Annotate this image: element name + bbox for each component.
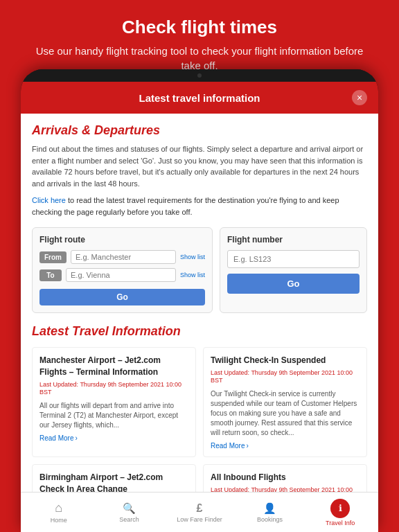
nav-item-low-fare[interactable]: £ Low Fare Finder <box>164 498 235 527</box>
to-input[interactable] <box>66 268 176 282</box>
news-card-title: Twilight Check-In Suspended <box>211 355 360 366</box>
click-here-text: Click here to read the latest travel req… <box>32 195 367 218</box>
flight-number-box: Flight number Go <box>220 227 367 313</box>
nav-label-search: Search <box>119 516 139 523</box>
nav-item-search[interactable]: 🔍 Search <box>94 498 165 527</box>
notch-dot <box>197 73 202 78</box>
flight-route-title: Flight route <box>39 235 205 245</box>
nav-item-bookings[interactable]: 👤 Bookings <box>235 498 305 527</box>
news-card-date: Last Updated: Thursday 9th September 202… <box>39 381 188 397</box>
travel-info-icon: ℹ <box>339 503 342 513</box>
flight-number-input[interactable] <box>227 250 360 268</box>
bookings-icon: 👤 <box>263 502 276 515</box>
travel-info-circle: ℹ <box>330 499 350 518</box>
news-card-text: Our Twilight Check-in service is current… <box>211 389 360 438</box>
bottom-nav: ⌂ Home 🔍 Search £ Low Fare Finder 👤 Book… <box>21 492 378 532</box>
modal-title: Latest travel information <box>47 92 352 104</box>
nav-label-travel-info: Travel Info <box>326 520 355 526</box>
modal-header: Latest travel information × <box>21 82 378 114</box>
modal-panel: Latest travel information × Arrivals & D… <box>21 82 378 504</box>
route-go-button[interactable]: Go <box>39 289 205 305</box>
low-fare-icon: £ <box>197 502 203 515</box>
from-show-list[interactable]: Show list <box>180 254 205 260</box>
device-frame: Latest travel information × Arrivals & D… <box>21 69 378 532</box>
to-show-list[interactable]: Show list <box>180 272 205 278</box>
to-label: To <box>39 269 62 281</box>
page-subtitle: Use our handy flight tracking tool to ch… <box>28 44 371 73</box>
news-card-date: Last Updated: Thursday 9th September 202… <box>211 369 360 385</box>
device-notch <box>21 69 378 82</box>
flight-route-box: Flight route From Show list To Show list… <box>32 227 213 313</box>
arrivals-description: Find out about the times and statuses of… <box>32 143 367 189</box>
modal-body: Arrivals & Departures Find out about the… <box>21 114 378 504</box>
news-card: Manchester Airport – Jet2.com Flights – … <box>32 347 196 457</box>
nav-label-bookings: Bookings <box>257 516 283 523</box>
news-card: Twilight Check-In Suspended Last Updated… <box>203 347 367 457</box>
nav-item-home[interactable]: ⌂ Home <box>24 497 94 528</box>
modal-close-button[interactable]: × <box>352 90 367 105</box>
nav-item-travel-info[interactable]: ℹ Travel Info <box>305 495 375 531</box>
number-go-button[interactable]: Go <box>227 274 360 294</box>
flight-number-title: Flight number <box>227 235 360 245</box>
news-card-title: Manchester Airport – Jet2.com Flights – … <box>39 355 188 378</box>
read-more-link[interactable]: Read More › <box>211 442 360 450</box>
arrivals-heading: Arrivals & Departures <box>32 123 367 138</box>
click-here-link[interactable]: Click here <box>32 196 66 204</box>
search-icon: 🔍 <box>123 502 136 515</box>
from-row: From Show list <box>39 250 205 264</box>
from-input[interactable] <box>71 250 176 264</box>
search-boxes: Flight route From Show list To Show list… <box>32 227 367 313</box>
nav-label-low-fare: Low Fare Finder <box>177 516 222 523</box>
latest-travel-heading: Latest Travel Information <box>32 324 367 339</box>
news-card-title: All Inbound Flights <box>211 472 360 484</box>
nav-label-home: Home <box>51 517 67 524</box>
news-grid: Manchester Airport – Jet2.com Flights – … <box>32 347 367 504</box>
click-here-suffix: to read the latest travel requirements f… <box>32 196 339 216</box>
news-card-text: All our flights will depart from and arr… <box>39 401 188 430</box>
home-icon: ⌂ <box>55 501 62 515</box>
read-more-link[interactable]: Read More › <box>39 434 188 442</box>
page-title: Check flight times <box>28 17 371 38</box>
from-label: From <box>39 251 66 263</box>
to-row: To Show list <box>39 268 205 282</box>
